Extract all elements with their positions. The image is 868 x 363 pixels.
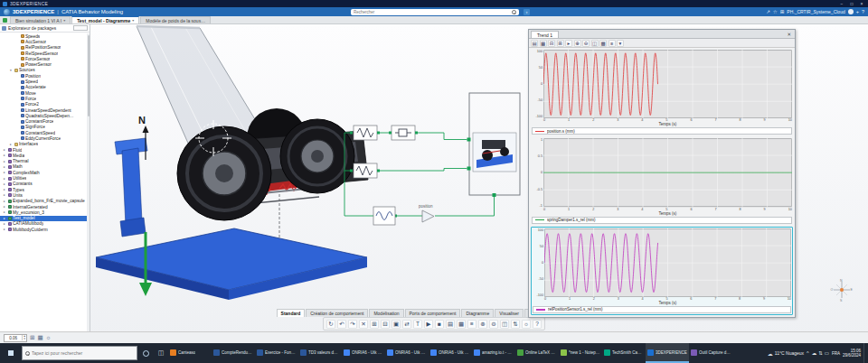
taskbar-button[interactable]: ONRIA6 - Utk Surfa… [429,343,472,363]
share-icon[interactable]: ↗ [766,9,770,14]
cut-icon[interactable]: ✕ [359,320,368,329]
trend-chart[interactable]: 100500-50-100012345678910Temps (s)positi… [531,49,793,135]
legend[interactable]: springDamper1.s_rel (mm) [532,217,792,224]
text-icon[interactable]: T [413,320,422,329]
sine-source-block[interactable] [373,207,395,225]
taskbar-button[interactable]: ONRIA6 - Utk Sortie… [385,343,429,363]
open-icon[interactable]: ▤ [531,40,538,47]
front-left-wheel[interactable] [177,126,271,220]
position-output-arrow[interactable]: position [419,204,434,222]
zoom-out-icon[interactable]: ⊖ [489,320,498,329]
pan-icon[interactable]: ⇅ [511,320,520,329]
legend[interactable]: position.s (mm) [532,127,792,135]
plot-area[interactable] [544,228,791,297]
user-name[interactable]: PH._CRTIR_Systeme_Cloud [787,9,844,14]
taskbar-search[interactable] [22,346,137,360]
apps-grid-icon[interactable]: ⊞ [780,9,785,14]
start-button[interactable] [0,343,22,363]
minimize-button[interactable]: − [838,1,845,6]
zoom-in-icon[interactable]: ⊕ [478,320,487,329]
tree-filter-input[interactable] [73,25,88,31]
simulate-icon[interactable]: ▶ [424,320,433,329]
doc-tab[interactable]: Bien simulation 1 VI A I▾ [10,16,71,23]
undo-icon[interactable]: ↶ [337,320,346,329]
trend-tab[interactable]: Trend 1 [531,31,559,38]
taskbar-button[interactable]: CompteRenduArchi… [212,343,255,363]
grid-icon[interactable]: ⊞ [30,334,34,341]
cursor-icon[interactable]: ▸ [565,40,572,47]
copy-icon[interactable]: ⊞ [370,320,379,329]
taskbar-button[interactable]: amazing.io.t - Bloc-n… [472,343,515,363]
taskbar-button[interactable]: TechSmith Camtasi… [602,343,646,363]
ribbon-tab[interactable]: Ports de comportement [405,309,461,317]
onedrive-icon[interactable]: ☁ [812,350,817,356]
taskbar-button[interactable]: Outil Capture d'écr… [689,343,732,363]
cortana-button[interactable] [137,350,154,357]
language-indicator[interactable]: FRA [832,351,840,356]
trend-window[interactable]: Trend 1 ✕ ▤▦⊟⊞▸⊕⊖◫▩≡▾ 100500-50-10001234… [528,29,796,318]
help-icon[interactable]: ? [533,320,542,329]
fit-view-icon[interactable]: ◫ [591,40,599,47]
favorites-icon[interactable]: ☆ [773,9,778,14]
taskbar-button[interactable]: 3DEXPERIENCE [646,343,689,363]
stop-icon[interactable]: ■ [435,320,444,329]
plot-area[interactable] [543,138,792,207]
tree-scrollbar[interactable] [87,33,90,343]
global-search[interactable] [351,9,519,15]
3d-scene[interactable]: N [91,24,525,313]
trend-chart[interactable]: 100500-50-100012345678910Temps (s)relPos… [531,227,793,315]
maximize-button[interactable]: □ [848,1,855,6]
settings-icon[interactable]: ☼ [522,320,531,329]
zoom-out-icon[interactable]: ⊖ [582,40,590,47]
save-icon[interactable]: ▦ [540,40,547,47]
taskbar-button[interactable]: TD3 valeurs défens… [298,343,342,363]
doc-tab[interactable]: Test_model - Diagramme▾ [71,16,139,23]
battery-icon[interactable]: ▭ [825,350,829,356]
tag-search-icon[interactable]: ⌖ [524,9,530,15]
avatar[interactable] [848,9,854,14]
view-compass[interactable]: N E S O [830,278,854,302]
redo-icon[interactable]: ↷ [348,320,357,329]
legend[interactable]: relPositionSensor1.s_rel (mm) [533,306,791,313]
trend-chart[interactable]: 10.50-0.5-1012345678910Temps (s)springDa… [531,137,793,224]
behav-diagram[interactable]: position [344,93,520,225]
results-icon[interactable]: ▤ [446,320,455,329]
table-icon[interactable]: ▦ [457,320,466,329]
tray-expand-icon[interactable]: ^ [807,350,809,356]
zoom-value-box[interactable]: 0.06 ▲▼ [4,334,27,342]
network-icon[interactable]: ⇅ [818,350,823,356]
taskbar-button[interactable]: *new 1 - Notepad++ [559,343,602,363]
plot-area[interactable] [543,50,792,118]
trend-close-icon[interactable]: ✕ [785,32,793,37]
vehicle-model-block[interactable] [473,133,516,172]
damper-block[interactable] [392,126,415,140]
parameters-icon[interactable]: ≡ [467,320,476,329]
doc-tab[interactable]: Modèle de poids de la sous… [140,16,211,23]
settings-icon[interactable]: ☼ [46,334,52,341]
support-bracket[interactable] [115,138,147,237]
tree-item[interactable]: ▸Expanded_bons_FrE_movie_capsule [0,199,87,204]
fit-view-icon[interactable]: ◫ [500,320,509,329]
spring-damper-block[interactable] [354,163,377,178]
weather-widget[interactable]: ☁ 11°C Nuageux [768,350,804,357]
show-desktop-button[interactable] [863,343,867,363]
taskbar-button[interactable]: Online LaTeX Editor… [515,343,559,363]
zoom-stepper[interactable]: ▲▼ [22,335,26,340]
ribbon-tab[interactable]: Visualiser [495,309,524,317]
new-block-icon[interactable]: ▣ [392,320,401,329]
close-button[interactable]: × [858,1,865,6]
ribbon-tab[interactable]: Standard [277,309,306,317]
snap-icon[interactable]: ▦ [37,334,42,341]
zoom-in-icon[interactable]: ⊕ [574,40,581,47]
paste-icon[interactable]: ⊟ [381,320,390,329]
copy-icon[interactable]: ⊞ [557,40,564,47]
spring-block[interactable] [354,126,377,140]
update-icon[interactable]: ↻ [326,320,335,329]
add-icon[interactable]: + [856,9,859,14]
task-view-button[interactable]: ◫ [154,349,168,357]
clock[interactable]: 15:06 29/6/2024 [843,349,861,358]
properties-icon[interactable]: ≡ [609,40,616,47]
base-platform[interactable] [96,228,367,300]
global-search-input[interactable] [354,10,510,14]
taskbar-button[interactable]: Canteaso [168,343,212,363]
